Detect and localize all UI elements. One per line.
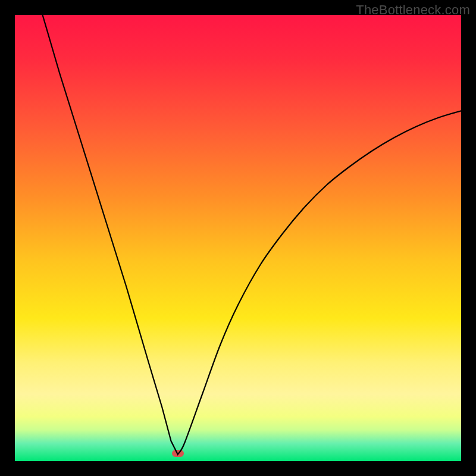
plot-area bbox=[15, 15, 461, 461]
bottleneck-curve bbox=[15, 15, 461, 461]
chart-frame: TheBottleneck.com bbox=[0, 0, 476, 476]
watermark-text: TheBottleneck.com bbox=[356, 2, 470, 18]
